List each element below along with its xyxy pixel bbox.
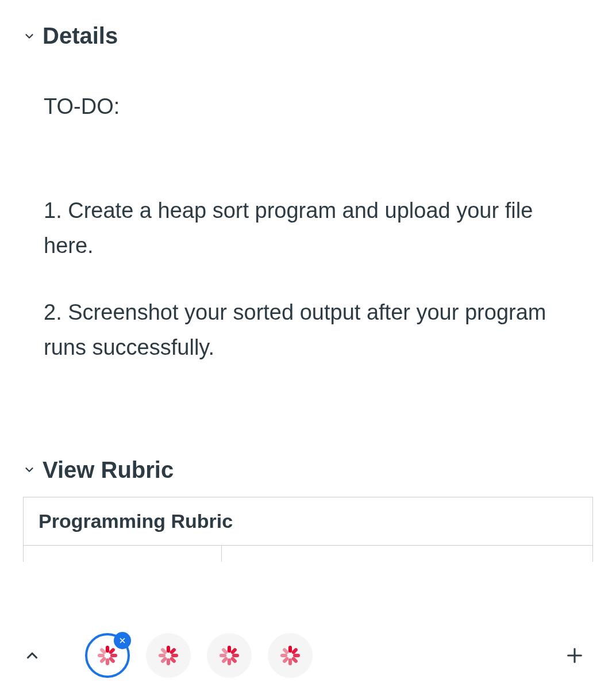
tab-strip: [85, 633, 313, 678]
tab-4[interactable]: [268, 633, 313, 678]
chevron-down-icon: [23, 30, 36, 43]
todo-item-1: 1. Create a heap sort program and upload…: [44, 193, 570, 263]
details-heading: Details: [43, 23, 118, 49]
chevron-down-icon: [23, 463, 36, 476]
rubric-table: Programming Rubric: [23, 497, 593, 562]
bottom-toolbar: [0, 621, 616, 690]
todo-item-2: 2. Screenshot your sorted output after y…: [44, 295, 570, 365]
tab-3[interactable]: [207, 633, 252, 678]
todo-label: TO-DO:: [44, 89, 570, 124]
view-rubric-toggle[interactable]: View Rubric: [23, 457, 593, 483]
rubric-header-row: [24, 546, 592, 562]
collapse-toolbar-button[interactable]: [14, 637, 51, 674]
new-tab-button[interactable]: [556, 637, 593, 674]
rubric-title: Programming Rubric: [24, 497, 592, 546]
tab-1[interactable]: [85, 633, 130, 678]
tab-2[interactable]: [146, 633, 191, 678]
view-rubric-heading: View Rubric: [43, 457, 174, 483]
details-toggle[interactable]: Details: [23, 23, 593, 49]
close-tab-button[interactable]: [114, 632, 131, 649]
